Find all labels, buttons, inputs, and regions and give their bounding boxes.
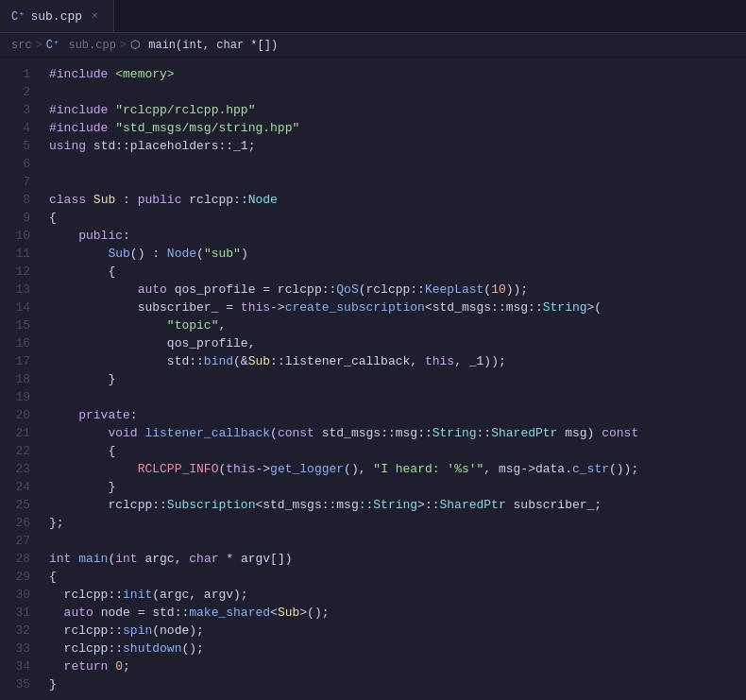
- code-line-24: }: [49, 478, 746, 496]
- code-line-7: [49, 173, 746, 191]
- code-line-28: int main(int argc, char * argv[]): [49, 550, 746, 568]
- ln-21: 21: [0, 424, 45, 442]
- ln-3: 3: [0, 101, 45, 119]
- code-line-35: }: [49, 675, 746, 693]
- breadcrumb-file[interactable]: C⁺ sub.cpp: [46, 38, 116, 52]
- code-line-2: [49, 83, 746, 101]
- code-line-29: {: [49, 568, 746, 586]
- breadcrumb: src > C⁺ sub.cpp > ⬡ main(int, char *[]): [0, 33, 746, 58]
- ln-13: 13: [0, 281, 45, 299]
- code-line-12: {: [49, 263, 746, 281]
- breadcrumb-function[interactable]: ⬡ main(int, char *[]): [130, 38, 278, 52]
- ln-9: 9: [0, 209, 45, 227]
- code-line-34: return 0;: [49, 657, 746, 675]
- ln-23: 23: [0, 460, 45, 478]
- code-line-15: "topic",: [49, 316, 746, 334]
- code-line-6: [49, 155, 746, 173]
- ln-28: 28: [0, 550, 45, 568]
- ln-16: 16: [0, 334, 45, 352]
- code-line-25: rclcpp::Subscription<std_msgs::msg::Stri…: [49, 496, 746, 514]
- ln-29: 29: [0, 568, 45, 586]
- ln-35: 35: [0, 675, 45, 693]
- code-line-14: subscriber_ = this->create_subscription<…: [49, 299, 746, 316]
- code-line-23: RCLCPP_INFO(this->get_logger(), "I heard…: [49, 460, 746, 478]
- tab-filename: sub.cpp: [30, 9, 82, 24]
- code-line-13: auto qos_profile = rclcpp::QoS(rclcpp::K…: [49, 281, 746, 299]
- ln-2: 2: [0, 83, 45, 101]
- cpp-file-icon: C⁺: [11, 9, 25, 24]
- ln-24: 24: [0, 478, 45, 496]
- ln-12: 12: [0, 263, 45, 281]
- code-line-26: };: [49, 514, 746, 532]
- ln-1: 1: [0, 65, 45, 83]
- code-line-16: qos_profile,: [49, 334, 746, 352]
- ln-17: 17: [0, 352, 45, 370]
- ln-20: 20: [0, 406, 45, 424]
- ln-19: 19: [0, 388, 45, 406]
- ln-10: 10: [0, 227, 45, 245]
- ln-4: 4: [0, 119, 45, 137]
- ln-27: 27: [0, 532, 45, 550]
- ln-34: 34: [0, 657, 45, 675]
- line-numbers: 1 2 3 4 5 6 7 8 9 10 11 12 13 14 15 16 1…: [0, 58, 45, 700]
- code-line-17: std::bind(&Sub::listener_callback, this,…: [49, 352, 746, 370]
- tab-close-button[interactable]: ×: [88, 9, 102, 24]
- code-line-8: class Sub : public rclcpp::Node: [49, 191, 746, 209]
- ln-25: 25: [0, 496, 45, 514]
- tab-bar: C⁺ sub.cpp ×: [0, 0, 746, 33]
- code-line-10: public:: [49, 227, 746, 245]
- code-line-1: #include <memory>: [49, 65, 746, 83]
- code-line-33: rclcpp::shutdown();: [49, 640, 746, 657]
- code-line-20: private:: [49, 406, 746, 424]
- code-line-30: rclcpp::init(argc, argv);: [49, 586, 746, 604]
- code-line-18: }: [49, 370, 746, 388]
- code-editor[interactable]: #include <memory> #include "rclcpp/rclcp…: [45, 58, 746, 700]
- breadcrumb-file-icon: C⁺: [46, 39, 59, 52]
- tab-sub-cpp[interactable]: C⁺ sub.cpp ×: [0, 0, 114, 32]
- ln-8: 8: [0, 191, 45, 209]
- breadcrumb-src[interactable]: src: [11, 39, 32, 52]
- ln-18: 18: [0, 370, 45, 388]
- code-line-3: #include "rclcpp/rclcpp.hpp": [49, 101, 746, 119]
- code-line-32: rclcpp::spin(node);: [49, 622, 746, 640]
- ln-32: 32: [0, 622, 45, 640]
- code-container: 1 2 3 4 5 6 7 8 9 10 11 12 13 14 15 16 1…: [0, 58, 746, 700]
- ln-7: 7: [0, 173, 45, 191]
- ln-6: 6: [0, 155, 45, 173]
- ln-22: 22: [0, 442, 45, 460]
- ln-5: 5: [0, 137, 45, 155]
- breadcrumb-sep-1: >: [36, 39, 42, 52]
- ln-30: 30: [0, 586, 45, 604]
- code-line-19: [49, 388, 746, 406]
- ln-11: 11: [0, 245, 45, 263]
- code-line-31: auto node = std::make_shared<Sub>();: [49, 604, 746, 622]
- ln-14: 14: [0, 299, 45, 316]
- breadcrumb-func-icon: ⬡: [130, 39, 140, 52]
- ln-26: 26: [0, 514, 45, 532]
- code-line-9: {: [49, 209, 746, 227]
- breadcrumb-sep-2: >: [120, 39, 127, 52]
- code-line-5: using std::placeholders::_1;: [49, 137, 746, 155]
- code-line-22: {: [49, 442, 746, 460]
- code-line-21: void listener_callback(const std_msgs::m…: [49, 424, 746, 442]
- ln-31: 31: [0, 604, 45, 622]
- ln-33: 33: [0, 640, 45, 657]
- ln-15: 15: [0, 316, 45, 334]
- code-line-4: #include "std_msgs/msg/string.hpp": [49, 119, 746, 137]
- code-line-11: Sub() : Node("sub"): [49, 245, 746, 263]
- code-line-27: [49, 532, 746, 550]
